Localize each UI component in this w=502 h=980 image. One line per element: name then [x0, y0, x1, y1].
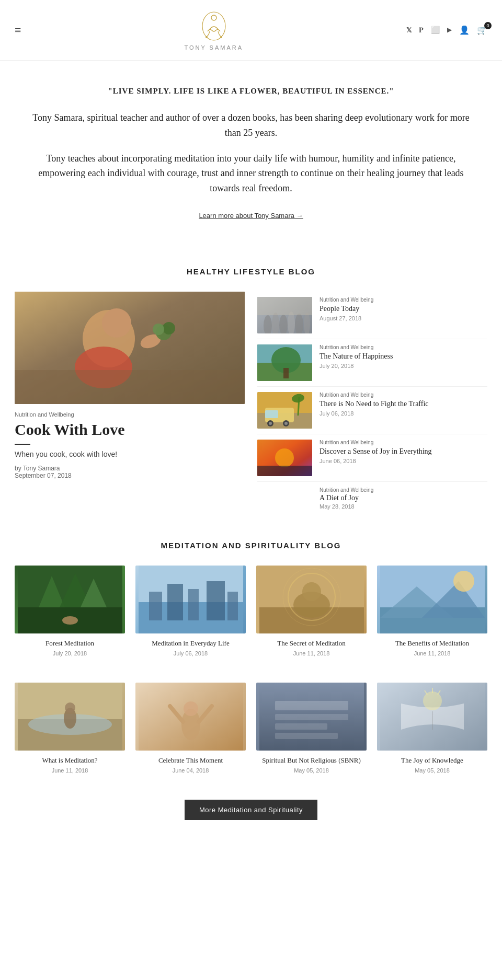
sidebar-cat-0: Nutrition and Wellbeing [320, 297, 373, 303]
svg-point-87 [423, 691, 442, 710]
hero-section: "LIVE SIMPLY. LIFE IS LIKE A FLOWER, BEA… [0, 61, 502, 241]
sidebar-thumb-2 [257, 392, 312, 429]
med-post-1[interactable]: Meditation in Everyday Life July 06, 201… [135, 566, 246, 656]
sidebar-posts: Nutrition and Wellbeing People Today Aug… [257, 292, 487, 515]
med-post-4[interactable]: What is Meditation? June 11, 2018 [15, 683, 125, 774]
main-post-category: Nutrition and Wellbeing [15, 411, 245, 418]
sidebar-post-nothumb-0[interactable]: Nutrition and Wellbeing A Diet of Joy Ma… [257, 482, 487, 515]
meditation-blog-title: MEDITATION AND SPIRITUALITY BLOG [0, 541, 502, 550]
instagram-icon[interactable]: ⬜ [431, 26, 440, 34]
med-date-6: May 05, 2018 [294, 767, 329, 774]
svg-rect-31 [265, 410, 278, 418]
sidebar-info-3: Nutrition and Wellbeing Discover a Sense… [320, 440, 432, 464]
svg-point-75 [184, 701, 198, 716]
med-post-5[interactable]: Celebrate This Moment June 04, 2018 [135, 683, 246, 774]
youtube-icon[interactable]: ▶ [447, 26, 452, 34]
svg-rect-22 [257, 297, 312, 315]
sidebar-date-3: June 06, 2018 [320, 458, 432, 464]
main-post-image[interactable] [15, 292, 245, 404]
sidebar-cat-1: Nutrition and Wellbeing [320, 344, 393, 350]
med-thumb-secret [256, 566, 367, 633]
main-post-date: September 07, 2018 [15, 472, 245, 479]
more-button-wrapper: More Meditation and Spirituality [0, 789, 502, 841]
med-post-3[interactable]: The Benefits of Meditation June 11, 2018 [377, 566, 487, 656]
sidebar-thumb-1 [257, 344, 312, 381]
healthy-blog-title: HEALTHY LIFESTYLE BLOG [0, 267, 502, 276]
med-thumb-benefits [377, 566, 487, 633]
med-img-spiritual [259, 683, 364, 751]
hero-bio1: Tony Samara, spiritual teacher and autho… [31, 110, 471, 141]
svg-rect-83 [275, 733, 338, 739]
svg-point-35 [284, 422, 288, 425]
svg-rect-40 [257, 466, 312, 476]
svg-point-34 [269, 422, 272, 425]
sidebar-post-2[interactable]: Nutrition and Wellbeing There is No Need… [257, 387, 487, 434]
svg-point-2 [206, 36, 208, 38]
sidebar-post-3[interactable]: Nutrition and Wellbeing Discover a Sense… [257, 434, 487, 482]
sidebar-title-3[interactable]: Discover a Sense of Joy in Everything [320, 446, 432, 457]
med-title-1: Meditation in Everyday Life [152, 639, 229, 648]
med-date-0: July 20, 2018 [53, 650, 87, 656]
svg-point-0 [202, 12, 225, 40]
svg-point-39 [275, 448, 294, 467]
svg-point-1 [211, 15, 216, 20]
account-icon[interactable]: 👤 [459, 25, 470, 35]
med-img-celebrate [139, 683, 243, 751]
sidebar-post-0[interactable]: Nutrition and Wellbeing People Today Aug… [257, 292, 487, 339]
sidebar-cat-3: Nutrition and Wellbeing [320, 440, 432, 445]
sidebar-title-0[interactable]: People Today [320, 304, 373, 314]
med-thumb-celebrate [135, 683, 246, 751]
med-date-4: June 11, 2018 [52, 767, 88, 774]
svg-point-10 [163, 322, 175, 335]
med-title-0: Forest Meditation [45, 639, 94, 648]
svg-point-58 [302, 582, 321, 601]
med-img-everyday [139, 566, 243, 633]
med-post-0[interactable]: Forest Meditation July 20, 2018 [15, 566, 125, 656]
logo-text-label: TONY SAMARA [184, 44, 243, 51]
svg-rect-81 [275, 714, 348, 720]
svg-rect-13 [15, 370, 245, 404]
med-date-3: June 11, 2018 [414, 650, 451, 656]
sidebar-title-1[interactable]: The Nature of Happiness [320, 351, 393, 362]
main-post-divider [15, 444, 30, 445]
header-icons: 𝕏 𝐏 ⬜ ▶ 👤 🛒0 [406, 25, 487, 35]
learn-more-link[interactable]: Learn more about Tony Samara → [199, 212, 303, 220]
cart-icon[interactable]: 🛒0 [477, 25, 487, 35]
med-title-4: What is Meditation? [42, 756, 97, 765]
main-post-excerpt: When you cook, cook with love! [15, 450, 245, 458]
sidebar-img-joy [257, 440, 312, 476]
sidebar-title-nothumb-0[interactable]: A Diet of Joy [320, 494, 487, 502]
main-post-author: by Tony Samara [15, 465, 245, 472]
site-header: ≡ TONY SAMARA 𝕏 𝐏 ⬜ ▶ 👤 🛒0 [0, 0, 502, 61]
med-post-6[interactable]: Spiritual But Not Religious (SBNR) May 0… [256, 683, 367, 774]
svg-point-66 [453, 571, 474, 592]
sidebar-img-traffic [257, 392, 312, 429]
svg-rect-82 [275, 723, 327, 730]
med-date-5: June 04, 2018 [173, 767, 209, 774]
meditation-row2: What is Meditation? June 11, 2018 Celebr… [0, 683, 502, 789]
med-thumb-forest [15, 566, 125, 633]
svg-rect-52 [188, 589, 199, 620]
svg-point-7 [102, 308, 131, 338]
logo-icon [198, 9, 230, 43]
pinterest-icon[interactable]: 𝐏 [419, 26, 424, 34]
sidebar-cat-nothumb-0: Nutrition and Wellbeing [320, 487, 487, 493]
med-post-2[interactable]: The Secret of Meditation June 11, 2018 [256, 566, 367, 656]
twitter-icon[interactable]: 𝕏 [406, 26, 412, 34]
med-title-7: The Joy of Knowledge [401, 756, 463, 765]
med-date-7: May 05, 2018 [415, 767, 450, 774]
sidebar-date-1: July 20, 2018 [320, 363, 393, 369]
med-post-7[interactable]: The Joy of Knowledge May 05, 2018 [377, 683, 487, 774]
sidebar-title-2[interactable]: There is No Need to Fight the Traffic [320, 399, 429, 409]
more-meditation-button[interactable]: More Meditation and Spirituality [185, 800, 317, 820]
site-logo[interactable]: TONY SAMARA [184, 9, 243, 51]
main-post-title[interactable]: Cook With Love [15, 421, 245, 439]
med-date-1: July 06, 2018 [174, 650, 208, 656]
menu-icon[interactable]: ≡ [15, 24, 21, 37]
med-date-2: June 11, 2018 [293, 650, 330, 656]
sidebar-post-1[interactable]: Nutrition and Wellbeing The Nature of Ha… [257, 339, 487, 387]
med-img-secret [259, 566, 364, 633]
hero-bio2: Tony teaches about incorporating meditat… [31, 151, 471, 196]
sidebar-date-0: August 27, 2018 [320, 315, 373, 321]
svg-point-3 [220, 36, 222, 38]
